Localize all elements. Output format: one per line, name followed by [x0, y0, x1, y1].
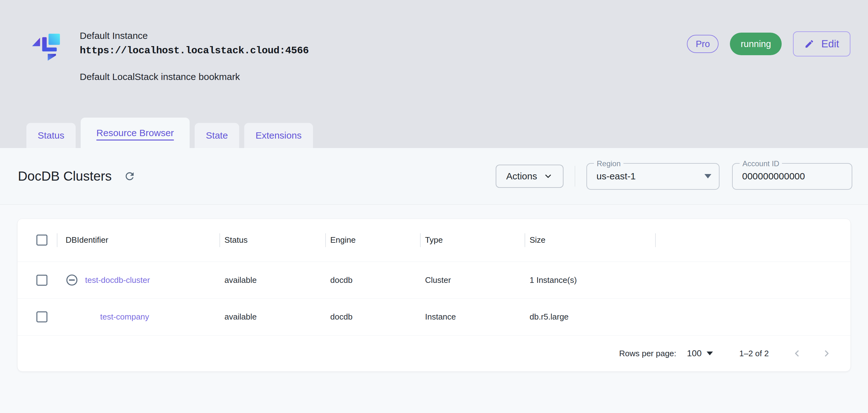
previous-page-button[interactable]: [792, 348, 802, 358]
table-row: test-docdb-cluster available docdb Clust…: [18, 262, 850, 299]
account-id-field[interactable]: Account ID 000000000000: [732, 163, 852, 190]
arrow-drop-down-icon: [705, 174, 711, 178]
arrow-drop-down-icon: [707, 351, 713, 355]
cluster-link[interactable]: test-docdb-cluster: [85, 275, 150, 285]
pager: [792, 348, 832, 358]
pro-badge: Pro: [687, 35, 719, 53]
instance-header: Default Instance https://localhost.local…: [0, 0, 868, 148]
status-cell: available: [219, 312, 325, 322]
row-checkbox[interactable]: [36, 275, 48, 286]
chevron-right-icon: [822, 348, 832, 358]
pencil-icon: [804, 39, 814, 49]
region-value: us-east-1: [596, 171, 636, 181]
refresh-button[interactable]: [122, 169, 137, 183]
clusters-table-card: DBIdentifier Status Engine Type Size tes…: [17, 218, 851, 372]
dbidentifier-cell: test-company: [57, 312, 219, 322]
toolbar-controls: Actions Region us-east-1 Account ID 0000…: [496, 163, 852, 190]
minus-circle-icon: [66, 274, 78, 286]
status-cell: available: [219, 275, 325, 285]
engine-cell: docdb: [325, 312, 420, 322]
actions-button[interactable]: Actions: [496, 165, 563, 188]
status-badge: running: [730, 33, 782, 55]
column-header-engine[interactable]: Engine: [325, 235, 420, 245]
instance-name: Default Instance: [80, 30, 309, 42]
instance-link[interactable]: test-company: [100, 312, 149, 322]
rows-per-page-label: Rows per page:: [619, 349, 676, 358]
rows-per-page-value: 100: [687, 348, 702, 358]
edit-button[interactable]: Edit: [793, 31, 850, 57]
localstack-logo: [28, 30, 65, 69]
page-title: DocDB Clusters: [18, 169, 112, 184]
tab-extensions[interactable]: Extensions: [244, 123, 313, 148]
row-checkbox[interactable]: [36, 311, 48, 322]
actions-button-label: Actions: [506, 171, 537, 181]
tab-state[interactable]: State: [195, 123, 239, 148]
status-badge-label: running: [741, 39, 771, 49]
resource-toolbar: DocDB Clusters Actions Region us-east-1 …: [0, 148, 868, 205]
header-checkbox-cell: [18, 235, 57, 245]
pagination-range: 1–2 of 2: [739, 349, 769, 358]
size-cell: db.r5.large: [525, 312, 655, 322]
column-header-empty: [655, 219, 850, 262]
account-id-value: 000000000000: [742, 171, 805, 181]
edit-button-label: Edit: [821, 38, 839, 50]
chevron-left-icon: [792, 348, 802, 358]
instance-actions: Pro running Edit: [687, 31, 850, 57]
account-id-label: Account ID: [740, 159, 782, 168]
collapse-row-button[interactable]: [66, 274, 78, 286]
table-row: test-company available docdb Instance db…: [18, 298, 850, 335]
column-header-dbidentifier[interactable]: DBIdentifier: [57, 235, 219, 245]
next-page-button[interactable]: [822, 348, 832, 358]
instance-url: https://localhost.localstack.cloud:4566: [80, 45, 309, 57]
row-checkbox-cell: [18, 275, 57, 286]
table-pagination: Rows per page: 100 1–2 of 2: [18, 335, 850, 371]
tab-bar: Status Resource Browser State Extensions: [26, 117, 313, 148]
table-header-row: DBIdentifier Status Engine Type Size: [18, 219, 850, 262]
rows-per-page-select[interactable]: 100: [687, 348, 713, 358]
select-all-checkbox[interactable]: [36, 235, 48, 245]
type-cell: Instance: [420, 312, 525, 322]
resource-content: DBIdentifier Status Engine Type Size tes…: [0, 205, 868, 372]
tab-resource-browser[interactable]: Resource Browser: [81, 117, 190, 148]
size-cell: 1 Instance(s): [525, 275, 655, 285]
region-select[interactable]: Region us-east-1: [586, 163, 719, 190]
column-header-size[interactable]: Size: [525, 235, 655, 245]
column-header-status[interactable]: Status: [219, 235, 325, 245]
column-header-type[interactable]: Type: [420, 235, 525, 245]
engine-cell: docdb: [325, 275, 420, 285]
row-checkbox-cell: [18, 311, 57, 322]
refresh-icon: [124, 170, 135, 182]
dbidentifier-cell: test-docdb-cluster: [57, 274, 219, 286]
chevron-down-icon: [544, 172, 553, 181]
tab-status[interactable]: Status: [26, 123, 76, 148]
instance-description: Default LocalStack instance bookmark: [80, 71, 309, 82]
toolbar-divider: [575, 166, 575, 186]
region-label: Region: [594, 159, 623, 168]
type-cell: Cluster: [420, 275, 525, 285]
pro-badge-label: Pro: [696, 39, 710, 49]
